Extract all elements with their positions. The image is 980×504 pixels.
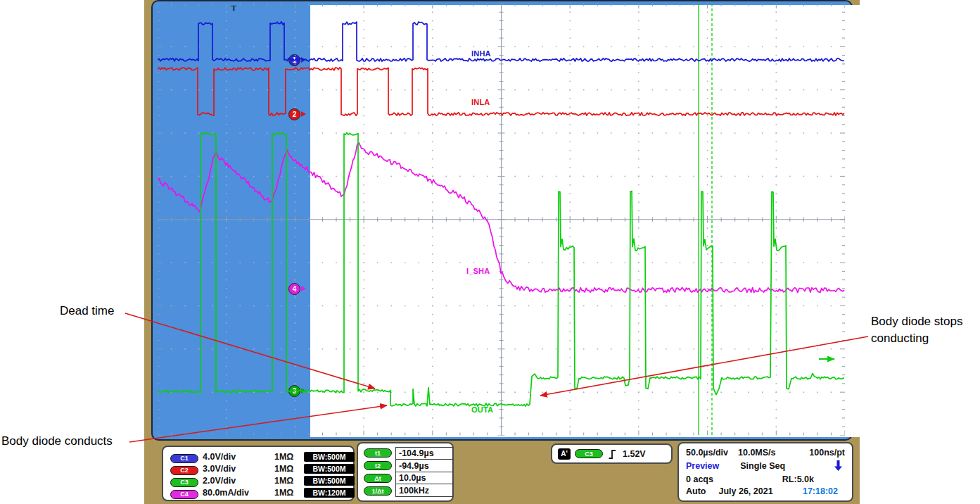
- channel-impedance-c2: 1MΩ: [274, 464, 304, 474]
- cursor-badge-dt[interactable]: Δt: [364, 474, 392, 483]
- channel2-position-marker[interactable]: 2: [288, 108, 300, 120]
- trace-label-outa: OUTA: [471, 405, 493, 414]
- sample-rate: 10.0MS/s: [738, 448, 776, 458]
- trigger-readout-panel[interactable]: A' C3 1.52V: [551, 443, 673, 464]
- cursor-badge-t1[interactable]: t1: [364, 448, 392, 458]
- channel-impedance-c1: 1MΩ: [274, 452, 304, 462]
- annotation-dead-time: Dead time: [60, 303, 114, 320]
- date-text: July 26, 2021: [718, 486, 772, 496]
- waveform-display[interactable]: INHA INLA I_SHA OUTA: [310, 5, 980, 437]
- annotation-body-diode-stops: Body diode stops conducting: [871, 313, 978, 347]
- trigger-indicator-arrow-icon: [834, 460, 843, 472]
- channel-badge-c4[interactable]: C4: [170, 490, 198, 499]
- channel-scale-c3: 2.0V/div: [203, 476, 274, 486]
- channel-impedance-c4: 1MΩ: [274, 488, 304, 498]
- acq-mode: Single Seq: [740, 461, 785, 471]
- annotation-body-diode-stops-line2: conducting: [871, 330, 978, 347]
- trigger-source-badge[interactable]: C3: [575, 449, 603, 458]
- trigger-level-value: 1.52V: [623, 449, 646, 459]
- trigger-position-marker[interactable]: T: [231, 4, 236, 12]
- annotation-body-diode-conducts: Body diode conducts: [1, 433, 113, 450]
- cursor-value-t1: -104.9µs: [395, 447, 453, 460]
- channel3-position-marker[interactable]: 3: [288, 385, 300, 397]
- trace-label-inha: INHA: [471, 49, 491, 58]
- cursor-readout-panel[interactable]: t1 t2 Δt 1/Δt -104.9µs -94.9µs 10.0µs 10…: [357, 442, 454, 502]
- horizontal-row-status: Preview Single Seq: [686, 460, 845, 472]
- channel-badge-c1[interactable]: C1: [170, 454, 198, 463]
- channel-impedance-c3: 1MΩ: [274, 476, 304, 486]
- channel-scale-c1: 4.0V/div: [203, 452, 274, 462]
- horizontal-row-date: Auto July 26, 2021 17:18:02: [686, 486, 845, 496]
- channel-row-c2[interactable]: C2 3.0V/div 1MΩ BW:500M: [170, 462, 346, 474]
- horizontal-row-acqs: 0 acqs RL:5.0k: [686, 474, 845, 484]
- channel1-position-marker[interactable]: 1: [288, 54, 300, 66]
- channel-settings-panel[interactable]: C1 4.0V/div 1MΩ BW:500M C2 3.0V/div 1MΩ …: [162, 446, 355, 501]
- channel-badge-c2[interactable]: C2: [170, 466, 198, 475]
- cursor-value-inv-dt: 100kHz: [395, 484, 453, 497]
- annotation-body-diode-stops-line1: Body diode stops: [871, 313, 978, 330]
- horizontal-row-scale: 50.0µs/div 10.0MS/s 100ns/pt: [686, 448, 845, 458]
- channel-row-c1[interactable]: C1 4.0V/div 1MΩ BW:500M: [170, 451, 346, 462]
- channel-row-c3[interactable]: C3 2.0V/div 1MΩ BW:500M: [170, 474, 346, 486]
- record-length: RL:5.0k: [782, 474, 814, 484]
- channel-row-c4[interactable]: C4 80.0mA/div 1MΩ BW:120M: [170, 486, 346, 498]
- cursor-value-dt: 10.0µs: [395, 472, 453, 485]
- horizontal-acq-panel[interactable]: 50.0µs/div 10.0MS/s 100ns/pt Preview Sin…: [677, 442, 853, 502]
- trace-label-isha: I_SHA: [466, 267, 490, 275]
- resolution: 100ns/pt: [809, 448, 845, 458]
- time-text: 17:18:02: [803, 486, 838, 496]
- channel-scale-c2: 3.0V/div: [203, 464, 274, 474]
- trigger-mode: Auto: [686, 486, 706, 496]
- cursor-pill-column: t1 t2 Δt 1/Δt: [364, 447, 392, 497]
- cursor-badge-t2[interactable]: t2: [364, 461, 392, 470]
- graticule-frame: INHA INLA I_SHA OUTA T: [151, 0, 853, 441]
- channel-bandwidth-badge-c1: BW:500M: [304, 452, 355, 462]
- channel-bandwidth-badge-c3: BW:500M: [304, 476, 355, 486]
- channel4-position-marker[interactable]: 4: [288, 283, 300, 295]
- channel-badge-c3[interactable]: C3: [170, 478, 198, 487]
- cursor-badge-inv-dt[interactable]: 1/Δt: [364, 486, 392, 496]
- trigger-mode-badge[interactable]: A': [558, 448, 571, 460]
- screenshot-page: INHA INLA I_SHA OUTA T 1 2 3 4 C1 4.0V/d…: [0, 0, 980, 504]
- cursor-value-column: -104.9µs -94.9µs 10.0µs 100kHz: [395, 447, 453, 497]
- channel-bandwidth-badge-c2: BW:500M: [304, 464, 355, 474]
- channel-bandwidth-badge-c4: BW:120M: [304, 488, 355, 498]
- cursor-value-t2: -94.9µs: [395, 459, 453, 472]
- acq-status: Preview: [686, 461, 719, 471]
- channel-scale-c4: 80.0mA/div: [203, 488, 274, 498]
- acquisition-count: 0 acqs: [686, 474, 713, 484]
- scope-window: INHA INLA I_SHA OUTA T 1 2 3 4 C1 4.0V/d…: [144, 0, 860, 504]
- trace-label-inla: INLA: [471, 98, 490, 106]
- horizontal-scale: 50.0µs/div: [686, 448, 728, 458]
- trigger-slope-icon: [608, 448, 617, 460]
